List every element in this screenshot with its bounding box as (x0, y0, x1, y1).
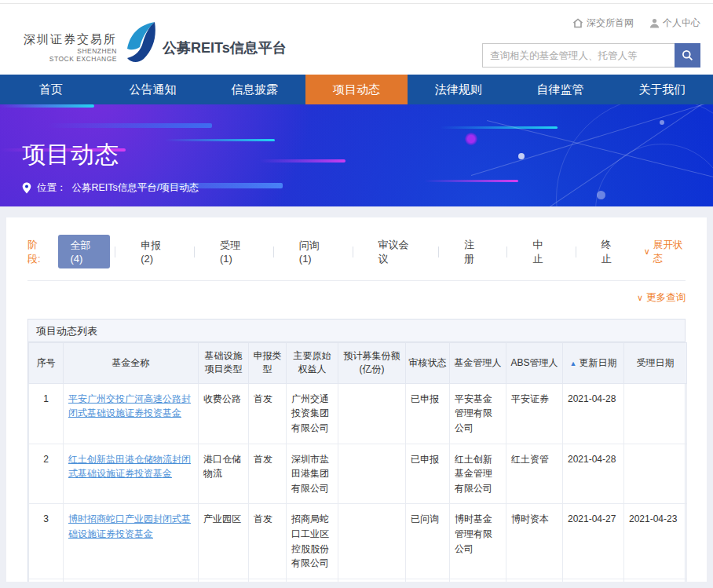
cell-fund-name: 红土创新盐田港仓储物流封闭式基础设施证券投资基金 (64, 444, 199, 504)
cell-expected-shares (338, 444, 406, 504)
cell-review-status: 已申报 (406, 444, 450, 504)
cell-originator: 招商局蛇口工业区控股股份有限公司 (287, 504, 338, 579)
nav-item-announcements[interactable]: 公告通知 (102, 75, 204, 104)
col-header-fund-name: 基金全称 (64, 343, 199, 384)
stage-terminated-button[interactable]: 终止 (596, 238, 623, 266)
cell-update-date: 2021-04-28 (563, 444, 624, 504)
table-row: 1 平安广州交投广河高速公路封闭式基础设施证券投资基金 收费公路 首发 广州交通… (29, 383, 687, 444)
nav-item-self-regulation[interactable]: 自律监管 (510, 75, 612, 104)
cell-update-date: 2021-04-28 (563, 383, 624, 444)
personal-center-link[interactable]: 个人中心 (649, 16, 700, 30)
location-pin-icon (22, 182, 31, 194)
stage-declared-button[interactable]: 申报(2) (136, 239, 174, 265)
stage-divider (353, 247, 353, 257)
cell-expected-shares (338, 579, 406, 582)
filter-divider (27, 280, 686, 281)
nav-item-about-us[interactable]: 关于我们 (611, 75, 713, 104)
breadcrumb-path[interactable]: 公募REITs信息平台/项目动态 (72, 181, 199, 195)
sort-ascending-icon: ▲ (570, 360, 577, 367)
stage-divider (576, 247, 576, 257)
cell-fund-name: 博时招商蛇口产业园封闭式基础设施证券投资基金 (64, 504, 199, 579)
cell-no: 1 (29, 383, 64, 444)
cell-accept-date: 2021-04-23 (624, 504, 687, 579)
cell-accept-date: 2021-04-23 (624, 579, 687, 582)
content-card: 阶段: 全部(4) 申报(2) 受理(1) 问询(1) 审议会议 注册 中止 终… (6, 217, 707, 582)
cell-apply-type: 首发 (249, 579, 287, 582)
search-box (482, 43, 700, 68)
stage-divider (194, 247, 195, 257)
more-query-row: ∨ 更多查询 (27, 291, 686, 305)
cell-fund-name: 平安广州交投广河高速公路封闭式基础设施证券投资基金 (64, 383, 199, 444)
logo: 深圳证券交易所 SHENZHEN STOCK EXCHANGE 公募REITs信… (24, 21, 287, 64)
stage-inquiry-button[interactable]: 问询(1) (294, 239, 332, 265)
expand-status-link[interactable]: ∨ 展开状态 (644, 239, 686, 265)
table-title: 项目动态列表 (28, 320, 685, 342)
stage-accepted-button[interactable]: 受理(1) (215, 239, 253, 265)
cell-review-status: 已受理 (406, 579, 450, 582)
cell-accept-date (624, 444, 687, 504)
cell-review-status: 已申报 (406, 383, 450, 444)
chevron-down-icon: ∨ (637, 294, 643, 302)
cell-fund-manager: 红土创新基金管理有限公司 (450, 444, 506, 504)
logo-en-line1: SHENZHEN (24, 47, 117, 56)
sse-home-link[interactable]: 深交所首网 (572, 16, 634, 30)
cell-infra-type: 港口仓储物流 (199, 444, 249, 504)
project-updates-table: 序号 基金全称 基础设施项目类型 申报类型 主要原始权益人 预计募集份额(亿份)… (28, 342, 687, 582)
logo-cn: 深圳证券交易所 (24, 32, 117, 47)
search-input[interactable] (482, 43, 675, 68)
col-header-review-status: 审核状态 (406, 343, 450, 384)
chevron-down-icon: ∨ (644, 247, 650, 256)
cell-apply-type: 首发 (249, 444, 287, 504)
home-icon (572, 18, 583, 28)
stage-filter-row: 阶段: 全部(4) 申报(2) 受理(1) 问询(1) 审议会议 注册 中止 终… (27, 235, 686, 268)
stage-divider (115, 247, 115, 257)
personal-center-label: 个人中心 (663, 16, 700, 30)
fund-link[interactable]: 平安广州交投广河高速公路封闭式基础设施证券投资基金 (68, 393, 191, 419)
cell-abs-manager: 中航证券 (506, 579, 563, 582)
col-header-originator: 主要原始权益人 (287, 343, 338, 384)
cell-no: 2 (29, 444, 64, 504)
cell-fund-manager: 中航基金管理有限公司 (450, 579, 506, 582)
table-row: 3 博时招商蛇口产业园封闭式基础设施证券投资基金 产业园区 首发 招商局蛇口工业… (29, 504, 687, 579)
logo-en-line2: STOCK EXCHANGE (24, 55, 117, 64)
cell-no: 3 (29, 504, 64, 579)
cell-accept-date (624, 383, 687, 444)
platform-title: 公募REITs信息平台 (163, 38, 287, 64)
more-query-link[interactable]: ∨ 更多查询 (637, 291, 686, 305)
cell-originator: 深圳市盐田港集团有限公司 (287, 444, 338, 504)
search-icon (682, 49, 693, 61)
nav-item-disclosure[interactable]: 信息披露 (203, 75, 305, 104)
cell-originator: 首钢环境产业有限公司 (287, 579, 338, 582)
fund-link[interactable]: 红土创新盐田港仓储物流封闭式基础设施证券投资基金 (68, 454, 191, 480)
cell-expected-shares (338, 504, 406, 579)
banner-streak (424, 180, 518, 182)
col-header-infra-type: 基础设施项目类型 (199, 343, 249, 384)
banner-streak (259, 159, 346, 163)
table-header-row: 序号 基金全称 基础设施项目类型 申报类型 主要原始权益人 预计募集份额(亿份)… (29, 343, 687, 384)
cell-apply-type: 首发 (249, 504, 287, 579)
stage-registration-button[interactable]: 注册 (459, 238, 486, 266)
fund-link[interactable]: 博时招商蛇口产业园封闭式基础设施证券投资基金 (68, 513, 191, 539)
user-icon (649, 18, 660, 28)
cell-fund-name: 中航首钢生物质封闭式基础设施证券投资基金 (64, 579, 199, 582)
top-links: 深交所首网 个人中心 (572, 16, 700, 30)
nav-item-project-updates[interactable]: 项目动态 (305, 75, 408, 104)
stage-all-button[interactable]: 全部(4) (58, 235, 110, 268)
cell-infra-type: 产业园区 (199, 504, 249, 579)
col-header-apply-type: 申报类型 (249, 343, 287, 384)
nav-item-legal-rules[interactable]: 法律规则 (408, 75, 510, 104)
stage-review-meeting-button[interactable]: 审议会议 (374, 238, 419, 266)
cell-apply-type: 首发 (249, 383, 287, 444)
cell-originator: 广州交通投资集团有限公司 (287, 383, 338, 444)
main-nav: 首页 公告通知 信息披露 项目动态 法律规则 自律监管 关于我们 (0, 75, 713, 104)
search-button[interactable] (675, 43, 700, 68)
table-row: 4 中航首钢生物质封闭式基础设施证券投资基金 垃圾处理及生物质发电 首发 首钢环… (29, 579, 687, 582)
page-title: 项目动态 (22, 139, 119, 171)
stage-divider (506, 247, 507, 257)
banner: 项目动态 位置： 公募REITs信息平台/项目动态 (0, 104, 713, 206)
col-header-fund-manager: 基金管理人 (450, 343, 506, 384)
stage-suspended-button[interactable]: 中止 (528, 238, 554, 266)
col-header-update-date[interactable]: ▲更新日期 (563, 343, 624, 384)
nav-item-home[interactable]: 首页 (0, 75, 102, 104)
cell-expected-shares (338, 383, 406, 444)
